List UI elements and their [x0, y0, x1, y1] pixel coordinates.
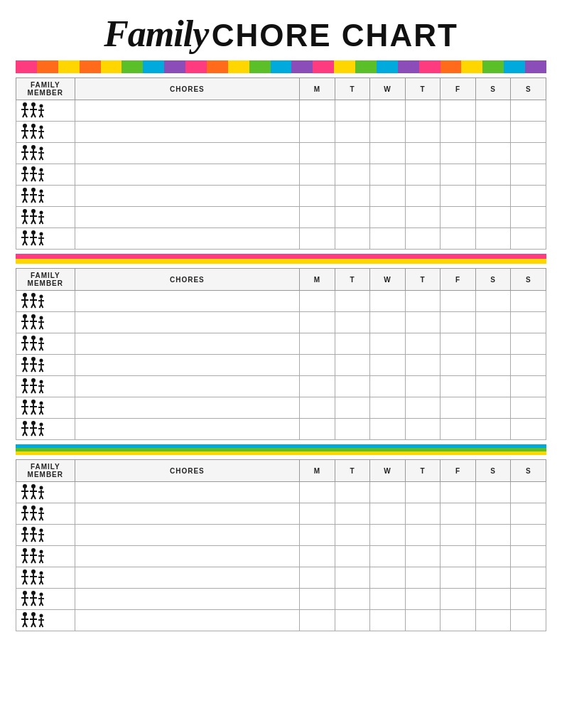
day-checkbox-cell[interactable]	[405, 546, 441, 567]
day-checkbox-cell[interactable]	[475, 122, 511, 143]
day-checkbox-cell[interactable]	[441, 228, 476, 250]
day-checkbox-cell[interactable]	[335, 376, 370, 397]
day-checkbox-cell[interactable]	[475, 291, 511, 312]
day-checkbox-cell[interactable]	[405, 567, 441, 589]
day-checkbox-cell[interactable]	[370, 503, 406, 525]
day-checkbox-cell[interactable]	[475, 546, 511, 567]
day-checkbox-cell[interactable]	[441, 143, 476, 164]
chore-input-cell[interactable]	[75, 419, 300, 440]
day-checkbox-cell[interactable]	[300, 546, 335, 567]
day-checkbox-cell[interactable]	[511, 503, 546, 525]
day-checkbox-cell[interactable]	[475, 143, 511, 164]
day-checkbox-cell[interactable]	[300, 482, 335, 503]
day-checkbox-cell[interactable]	[300, 164, 335, 186]
day-checkbox-cell[interactable]	[475, 397, 511, 419]
day-checkbox-cell[interactable]	[511, 143, 546, 164]
day-checkbox-cell[interactable]	[511, 228, 546, 250]
chore-input-cell[interactable]	[75, 228, 300, 250]
day-checkbox-cell[interactable]	[370, 186, 406, 207]
day-checkbox-cell[interactable]	[475, 503, 511, 525]
day-checkbox-cell[interactable]	[441, 355, 476, 376]
day-checkbox-cell[interactable]	[475, 482, 511, 503]
day-checkbox-cell[interactable]	[475, 100, 511, 122]
day-checkbox-cell[interactable]	[300, 312, 335, 333]
day-checkbox-cell[interactable]	[405, 312, 441, 333]
day-checkbox-cell[interactable]	[475, 333, 511, 355]
day-checkbox-cell[interactable]	[300, 503, 335, 525]
day-checkbox-cell[interactable]	[370, 567, 406, 589]
day-checkbox-cell[interactable]	[405, 589, 441, 610]
day-checkbox-cell[interactable]	[405, 376, 441, 397]
day-checkbox-cell[interactable]	[405, 525, 441, 546]
day-checkbox-cell[interactable]	[405, 291, 441, 312]
chore-input-cell[interactable]	[75, 164, 300, 186]
day-checkbox-cell[interactable]	[441, 376, 476, 397]
day-checkbox-cell[interactable]	[335, 164, 370, 186]
day-checkbox-cell[interactable]	[370, 525, 406, 546]
day-checkbox-cell[interactable]	[370, 207, 406, 228]
chore-input-cell[interactable]	[75, 589, 300, 610]
day-checkbox-cell[interactable]	[475, 525, 511, 546]
day-checkbox-cell[interactable]	[441, 186, 476, 207]
day-checkbox-cell[interactable]	[335, 122, 370, 143]
day-checkbox-cell[interactable]	[441, 546, 476, 567]
day-checkbox-cell[interactable]	[405, 143, 441, 164]
day-checkbox-cell[interactable]	[335, 503, 370, 525]
day-checkbox-cell[interactable]	[335, 567, 370, 589]
day-checkbox-cell[interactable]	[370, 291, 406, 312]
day-checkbox-cell[interactable]	[370, 164, 406, 186]
day-checkbox-cell[interactable]	[441, 207, 476, 228]
day-checkbox-cell[interactable]	[475, 312, 511, 333]
chore-input-cell[interactable]	[75, 333, 300, 355]
chore-input-cell[interactable]	[75, 610, 300, 631]
day-checkbox-cell[interactable]	[475, 419, 511, 440]
day-checkbox-cell[interactable]	[370, 376, 406, 397]
day-checkbox-cell[interactable]	[441, 419, 476, 440]
day-checkbox-cell[interactable]	[441, 503, 476, 525]
day-checkbox-cell[interactable]	[335, 355, 370, 376]
day-checkbox-cell[interactable]	[475, 355, 511, 376]
day-checkbox-cell[interactable]	[300, 355, 335, 376]
day-checkbox-cell[interactable]	[441, 333, 476, 355]
chore-input-cell[interactable]	[75, 525, 300, 546]
day-checkbox-cell[interactable]	[370, 482, 406, 503]
day-checkbox-cell[interactable]	[370, 589, 406, 610]
day-checkbox-cell[interactable]	[441, 100, 476, 122]
day-checkbox-cell[interactable]	[300, 525, 335, 546]
day-checkbox-cell[interactable]	[511, 397, 546, 419]
day-checkbox-cell[interactable]	[405, 503, 441, 525]
chore-input-cell[interactable]	[75, 567, 300, 589]
day-checkbox-cell[interactable]	[405, 100, 441, 122]
day-checkbox-cell[interactable]	[511, 186, 546, 207]
chore-input-cell[interactable]	[75, 186, 300, 207]
chore-input-cell[interactable]	[75, 503, 300, 525]
day-checkbox-cell[interactable]	[405, 355, 441, 376]
day-checkbox-cell[interactable]	[300, 186, 335, 207]
day-checkbox-cell[interactable]	[475, 376, 511, 397]
day-checkbox-cell[interactable]	[441, 610, 476, 631]
day-checkbox-cell[interactable]	[335, 482, 370, 503]
day-checkbox-cell[interactable]	[441, 291, 476, 312]
day-checkbox-cell[interactable]	[300, 397, 335, 419]
day-checkbox-cell[interactable]	[370, 610, 406, 631]
day-checkbox-cell[interactable]	[475, 228, 511, 250]
day-checkbox-cell[interactable]	[335, 397, 370, 419]
day-checkbox-cell[interactable]	[441, 482, 476, 503]
day-checkbox-cell[interactable]	[335, 610, 370, 631]
day-checkbox-cell[interactable]	[511, 164, 546, 186]
chore-input-cell[interactable]	[75, 482, 300, 503]
day-checkbox-cell[interactable]	[335, 228, 370, 250]
chore-input-cell[interactable]	[75, 207, 300, 228]
day-checkbox-cell[interactable]	[405, 228, 441, 250]
day-checkbox-cell[interactable]	[370, 122, 406, 143]
day-checkbox-cell[interactable]	[511, 291, 546, 312]
day-checkbox-cell[interactable]	[511, 419, 546, 440]
day-checkbox-cell[interactable]	[405, 186, 441, 207]
chore-input-cell[interactable]	[75, 143, 300, 164]
day-checkbox-cell[interactable]	[300, 207, 335, 228]
day-checkbox-cell[interactable]	[511, 312, 546, 333]
day-checkbox-cell[interactable]	[511, 525, 546, 546]
day-checkbox-cell[interactable]	[441, 525, 476, 546]
day-checkbox-cell[interactable]	[300, 376, 335, 397]
day-checkbox-cell[interactable]	[441, 397, 476, 419]
